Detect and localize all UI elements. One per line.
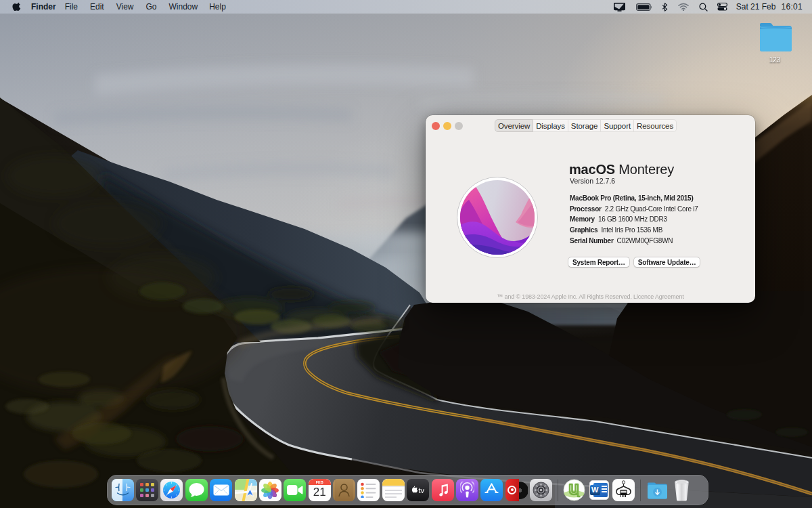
svg-text:tv: tv — [419, 486, 425, 494]
